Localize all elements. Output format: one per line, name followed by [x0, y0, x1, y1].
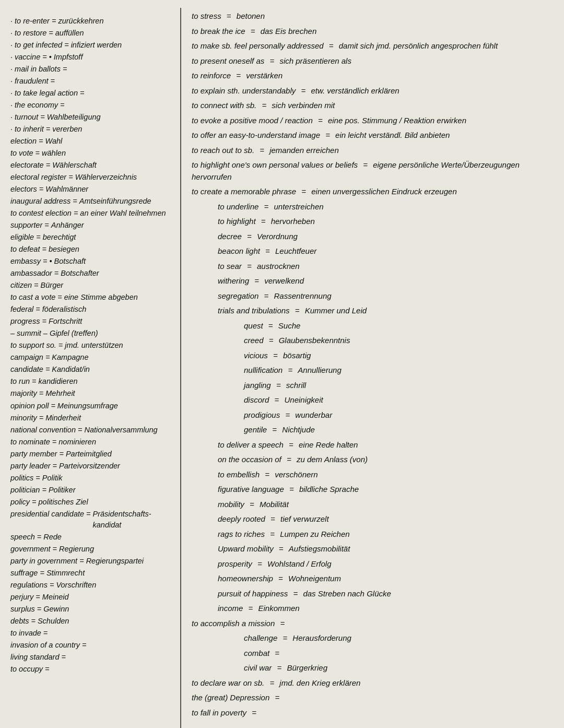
term: to connect with sb. — [192, 101, 256, 110]
right-list-item: rags to riches = Lumpen zu Reichen — [192, 529, 556, 541]
equals: = — [74, 208, 78, 219]
right-list-item: decree = Verordnung — [192, 231, 556, 243]
definition: Bürgerkrieg — [287, 663, 327, 672]
left-list-item: perjury=Meineid — [10, 592, 172, 603]
left-list-item: living standard= — [10, 652, 172, 663]
term: politics — [10, 473, 33, 484]
definition: an einer Wahl teilnehmen — [80, 208, 166, 219]
right-list-item: prosperity = Wohlstand / Erfolg — [192, 558, 556, 570]
equals: = — [252, 276, 261, 285]
term: to present oneself as — [192, 56, 264, 65]
term: homeownership — [218, 574, 273, 583]
left-list-item: regulations=Vorschriften — [10, 580, 172, 591]
definition: Wahl — [45, 136, 62, 147]
equals: = — [245, 262, 254, 271]
equals: = — [42, 485, 46, 496]
right-list-item: income = Einkommen — [192, 603, 556, 615]
left-list-item: progress=Fortschritt — [10, 316, 172, 327]
right-list-item: to embellish = verschönern — [192, 469, 556, 481]
term: gentile — [244, 425, 267, 434]
term: beacon light — [218, 246, 260, 255]
left-list-item: · to get infected=infiziert werden — [10, 40, 172, 51]
term: · the economy — [10, 100, 58, 111]
equals: = — [280, 633, 289, 642]
term: party member — [10, 449, 57, 460]
definition: Parteivorsitzender — [59, 461, 120, 472]
term: to contest election — [10, 208, 72, 219]
term: to accomplish a mission — [192, 619, 275, 628]
term: to reinforce — [192, 71, 231, 80]
left-list-item: · vaccine=• Impfstoff — [10, 52, 172, 63]
right-list-item: to fall in poverty = — [192, 707, 556, 719]
equals: = — [271, 351, 280, 360]
equals: = — [36, 148, 40, 159]
definition: Glaubensbekenntnis — [279, 336, 350, 345]
definition: schrill — [286, 381, 306, 390]
equals: = — [37, 532, 41, 543]
definition: Einkommen — [258, 604, 299, 613]
equals: = — [53, 461, 57, 472]
left-column: · to re-enter=zurückkehren· to restore=a… — [0, 5, 180, 728]
term: citizen — [10, 280, 32, 291]
equals: = — [283, 410, 292, 419]
left-list-item: electorate=Wählerschaft — [10, 160, 172, 171]
definition: wunderbar — [295, 410, 332, 419]
definition: verschönern — [275, 470, 318, 479]
left-list-item: · to re-enter=zurückkehren — [10, 16, 172, 27]
equals: = — [276, 574, 285, 583]
definition: kandidieren — [39, 376, 78, 387]
equals: = — [79, 556, 84, 567]
equals: = — [57, 292, 62, 303]
term: electorate — [10, 160, 44, 171]
term: to defeat — [10, 244, 40, 255]
definition: damit sich jmd. persönlich angesprochen … — [339, 41, 498, 50]
term: party in government — [10, 556, 77, 567]
right-list-item: prodigious = wunderbar — [192, 409, 556, 421]
term: to cast a vote — [10, 292, 55, 303]
definition: wählen — [42, 148, 66, 159]
definition: Rede — [43, 532, 62, 543]
equals: = — [245, 232, 254, 241]
equals: = — [60, 100, 64, 111]
equals: = — [82, 640, 86, 651]
right-entries: to stress = betonento break the ice = da… — [192, 10, 556, 719]
right-list-item: segregation = Rassentrennung — [192, 290, 556, 302]
equals: = — [39, 413, 43, 424]
equals: = — [246, 604, 255, 613]
definition: eine Rede halten — [299, 440, 358, 449]
definition: Kampagne — [52, 352, 88, 363]
definition: Botschafter — [61, 268, 99, 279]
definition: einen unvergesslichen Eindruck erzeugen — [311, 187, 457, 196]
equals: = — [260, 101, 268, 110]
equals: = — [36, 473, 40, 484]
right-list-item: to explain sth. understandably = etw. ve… — [192, 85, 556, 97]
term: to create a memorable phrase — [192, 187, 296, 196]
definition: infiziert werden — [71, 40, 122, 51]
equals: = — [54, 268, 58, 279]
term: prodigious — [244, 410, 280, 419]
equals: = — [45, 664, 49, 675]
right-list-item: to stress = betonen — [192, 10, 556, 22]
definition: Wohneigentum — [288, 574, 341, 583]
equals: – — [43, 328, 48, 339]
right-list-item: to evoke a positive mood / reaction = ei… — [192, 115, 556, 127]
page: · to re-enter=zurückkehren· to restore=a… — [0, 0, 564, 728]
term: · turnout — [10, 112, 38, 123]
definition: föderalistisch — [42, 304, 87, 315]
definition: etw. verständlich erklären — [311, 86, 399, 95]
term: election — [10, 136, 37, 147]
term: to evoke a positive mood / reaction — [192, 116, 313, 125]
equals: = — [62, 652, 66, 663]
right-list-item: trials and tribulations = Kummer und Lei… — [192, 305, 556, 317]
equals: = — [31, 616, 35, 627]
equals: = — [36, 592, 40, 603]
term: trials and tribulations — [218, 306, 290, 315]
term: invasion of a country — [10, 640, 80, 651]
right-list-item: gentile = Nichtjude — [192, 424, 556, 436]
term: · to get infected — [10, 40, 62, 51]
left-list-item: policy=politisches Ziel — [10, 497, 172, 508]
term: segregation — [218, 291, 258, 300]
equals: = — [277, 544, 286, 553]
equals: = — [53, 544, 57, 555]
equals: = — [285, 455, 293, 464]
